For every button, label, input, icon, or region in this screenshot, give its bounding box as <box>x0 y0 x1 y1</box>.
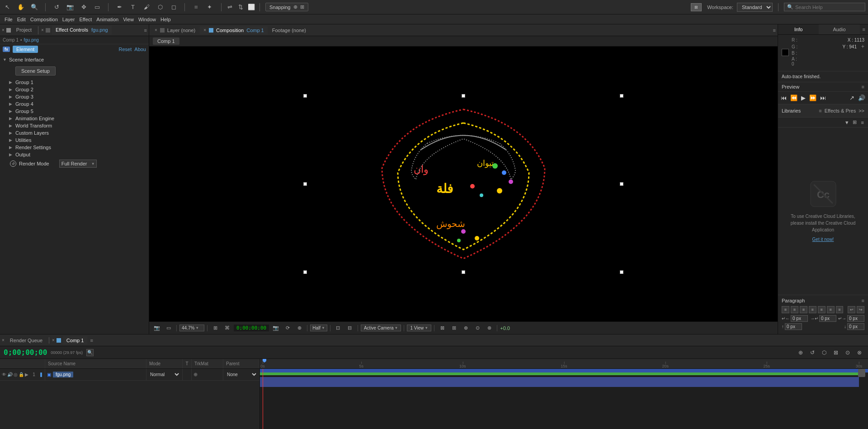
text-tool-icon[interactable]: T <box>128 3 137 12</box>
custom-layers-item[interactable]: ▶ Custom Layers <box>6 129 149 137</box>
hand-tool-icon[interactable]: ✋ <box>16 3 25 12</box>
indent-right-input[interactable] <box>819 315 836 322</box>
prev-first-btn[interactable]: ⏮ <box>781 94 787 101</box>
lib-list-btn[interactable]: ≡ <box>860 119 865 126</box>
align-center-btn[interactable]: ≡ <box>791 306 798 313</box>
menu-item-animation[interactable]: Animation <box>94 16 120 23</box>
prev-speaker-btn[interactable]: 🔊 <box>858 94 865 101</box>
handle-mr[interactable] <box>620 182 623 186</box>
star-tool-icon[interactable]: ✦ <box>205 3 214 12</box>
layer-mode-select[interactable]: Normal Multiply Screen <box>148 372 180 377</box>
active-camera-selector[interactable]: Active Camera ▼ <box>361 325 401 331</box>
stamp-tool-icon[interactable]: ⬡ <box>156 3 165 12</box>
layer-tab-close[interactable]: × <box>155 28 157 33</box>
camera-tool-icon[interactable]: 📷 <box>66 3 75 12</box>
search-input[interactable] <box>795 5 862 10</box>
fast-prev-icon[interactable]: ⊟ <box>345 324 355 333</box>
handle-bc[interactable] <box>462 270 465 274</box>
handle-ml[interactable] <box>303 182 307 186</box>
about-button[interactable]: Abou <box>134 47 146 52</box>
camera-icon[interactable]: 📷 <box>271 324 281 333</box>
handle-tr[interactable] <box>620 94 623 98</box>
snapping-area[interactable]: Snapping ⊕ ⊞ <box>265 3 308 11</box>
space-after-input[interactable] <box>847 323 864 330</box>
group4-item[interactable]: ▶ Group 4 <box>6 100 149 108</box>
audio-tab[interactable]: Audio <box>819 24 859 34</box>
footage-none-tab[interactable]: Footage (none) <box>269 26 310 34</box>
arrow-tool-icon[interactable]: ↖ <box>3 3 12 12</box>
timeline-search[interactable]: 🔍 <box>86 349 94 356</box>
timeline-timecode[interactable]: 0;00;00;00 <box>4 348 47 357</box>
output-item[interactable]: ▶ Output <box>6 151 149 158</box>
search-box[interactable]: 🔍 <box>784 3 865 11</box>
viewport-timecode[interactable]: 0;00;00;00 <box>234 325 269 331</box>
vt-icon1[interactable]: ⊠ <box>437 324 447 333</box>
resize-btn[interactable]: ⊞ <box>210 324 220 333</box>
effects-presets-tab[interactable]: Effects & Pres <box>822 106 859 115</box>
menu-item-view[interactable]: View <box>121 16 136 23</box>
viewport[interactable]: وان تيوان فلة شحوش <box>149 47 778 321</box>
comp-tab-close[interactable]: × <box>203 28 206 33</box>
motion-blur-btn[interactable]: ⌘ <box>222 324 232 333</box>
indent-first-input[interactable] <box>847 315 864 322</box>
align-icon2[interactable]: ⇅ <box>236 3 245 12</box>
pen-tool-icon[interactable]: ✒ <box>115 3 124 12</box>
tl-tool6[interactable]: ⊗ <box>854 348 864 358</box>
info-tab[interactable]: Info <box>778 24 819 34</box>
ltr-btn[interactable]: ↪ <box>857 306 864 313</box>
align-icon1[interactable]: ⇌ <box>225 3 234 12</box>
scene-setup-button[interactable]: Scene Setup <box>15 66 56 75</box>
prev-audio-out-btn[interactable]: ↗ <box>849 94 854 101</box>
color-icon[interactable]: ⊕ <box>294 324 304 333</box>
prev-play-btn[interactable]: ▶ <box>801 94 806 101</box>
show-hide-btn[interactable]: ▭ <box>164 324 174 333</box>
loop-icon[interactable]: ⟳ <box>283 324 292 333</box>
vt-icon4[interactable]: ⊙ <box>472 324 482 333</box>
paragraph-menu[interactable]: ≡ <box>862 298 864 303</box>
render-queue-close[interactable]: × <box>2 338 5 343</box>
group2-item[interactable]: ▶ Group 2 <box>6 86 149 93</box>
layer-solo-btn[interactable]: ◎ <box>14 372 18 378</box>
rtl-btn[interactable]: ↩ <box>848 306 855 313</box>
view-selector[interactable]: 1 View ▼ <box>407 325 431 331</box>
reset-button[interactable]: Reset <box>119 47 132 52</box>
group5-item[interactable]: ▶ Group 5 <box>6 108 149 115</box>
move-tool-icon[interactable]: ✥ <box>79 3 88 12</box>
comp1-tab[interactable]: × Composition Comp 1 <box>200 26 268 34</box>
get-it-now-link[interactable]: Get it now! <box>812 237 834 242</box>
lib-grid-btn[interactable]: ⊞ <box>851 119 858 126</box>
group3-item[interactable]: ▶ Group 3 <box>6 93 149 100</box>
brush-tool-icon[interactable]: 🖌 <box>142 3 151 12</box>
space-before-input[interactable] <box>785 323 802 330</box>
layer-lock-btn[interactable]: 🔒 <box>19 372 24 378</box>
plus-coord-btn[interactable]: + <box>861 43 864 50</box>
handle-br[interactable] <box>620 270 623 274</box>
eraser-tool-icon[interactable]: ◻ <box>169 3 178 12</box>
parent-select[interactable]: None <box>225 372 258 377</box>
scene-interface-item[interactable]: ▼ Scene Interface <box>0 56 149 63</box>
project-tab[interactable]: Project <box>13 26 35 35</box>
tl-tool3[interactable]: ⬡ <box>819 348 829 358</box>
world-transform-item[interactable]: ▶ World Transform <box>6 122 149 129</box>
prev-fwd-btn[interactable]: ⏩ <box>809 94 816 101</box>
handle-tc[interactable] <box>462 94 465 98</box>
menu-item-edit[interactable]: Edit <box>15 16 28 23</box>
lib-expand-btn[interactable]: >> <box>859 108 864 113</box>
justify-right-btn[interactable]: ≡ <box>827 306 835 313</box>
layer-name-text[interactable]: fgu.png <box>53 372 73 377</box>
vt-icon5[interactable]: ⊗ <box>484 324 494 333</box>
workspace-select[interactable]: Standard <box>737 3 773 12</box>
comp1-timeline-tab[interactable]: Comp 1 <box>63 336 88 344</box>
ec-close[interactable]: × <box>41 28 44 33</box>
vt-icon2[interactable]: ⊞ <box>449 324 459 333</box>
utilities-item[interactable]: ▶ Utilities <box>6 137 149 144</box>
prev-back-btn[interactable]: ⏪ <box>790 94 797 101</box>
color-swatch[interactable] <box>782 49 789 56</box>
tl-tool2[interactable]: ↺ <box>807 348 817 358</box>
comp-tabs-menu[interactable]: ≡ <box>773 28 776 33</box>
menu-item-composition[interactable]: Composition <box>28 16 60 23</box>
menu-item-layer[interactable]: Layer <box>61 16 77 23</box>
tl-tool5[interactable]: ⊙ <box>843 348 853 358</box>
render-queue-tab[interactable]: Render Queue <box>6 336 46 344</box>
handle-tl[interactable] <box>303 94 307 98</box>
